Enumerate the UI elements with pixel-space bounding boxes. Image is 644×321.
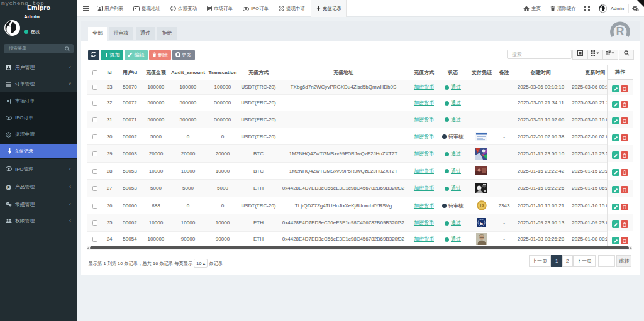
svg-text:P: P (7, 185, 10, 189)
svg-text:Đ: Đ (480, 202, 484, 209)
svg-text:R: R (616, 25, 625, 38)
svg-text:E: E (480, 220, 484, 226)
